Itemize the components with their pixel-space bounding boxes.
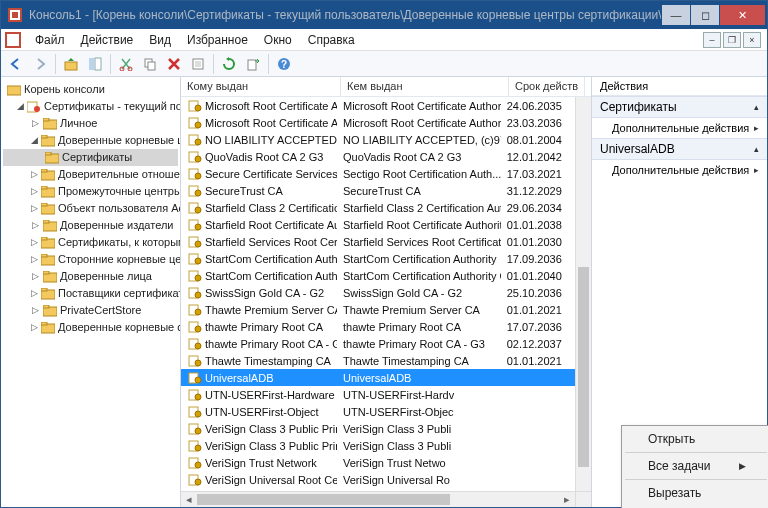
menu-file[interactable]: Файл — [27, 31, 73, 49]
cell-issued-by: UTN-USERFirst-Hardv — [337, 389, 501, 401]
actions-group1-label: Сертификаты — [600, 100, 677, 114]
menu-view[interactable]: Вид — [141, 31, 179, 49]
table-row[interactable]: VeriSign Universal Root Certific...VeriS… — [181, 471, 575, 488]
table-row[interactable]: VeriSign Class 3 Public Primary ...VeriS… — [181, 437, 575, 454]
table-row[interactable]: Thawte Premium Server CAThawte Premium S… — [181, 301, 575, 318]
mdi-restore-button[interactable]: ❐ — [723, 32, 741, 48]
show-hide-tree-button[interactable] — [84, 53, 106, 75]
tree-item[interactable]: ▷Объект пользователя Act — [3, 200, 178, 217]
mdi-close-button[interactable]: × — [743, 32, 761, 48]
tree-item[interactable]: ▷Доверенные лица — [3, 268, 178, 285]
copy-button[interactable] — [139, 53, 161, 75]
tree-item[interactable]: ▷Доверенные издатели — [3, 217, 178, 234]
actions-group-selection[interactable]: UniversalADB▴ — [592, 138, 767, 160]
properties-button[interactable] — [187, 53, 209, 75]
certificate-icon — [187, 337, 203, 351]
maximize-button[interactable]: ◻ — [691, 5, 719, 25]
certificate-icon — [187, 303, 203, 317]
table-row[interactable]: StartCom Certification AuthorityStartCom… — [181, 250, 575, 267]
table-row[interactable]: StartCom Certification Authorit...StartC… — [181, 267, 575, 284]
table-row[interactable]: thawte Primary Root CAthawte Primary Roo… — [181, 318, 575, 335]
table-row[interactable]: Microsoft Root Certificate Auth...Micros… — [181, 97, 575, 114]
tree-item[interactable]: ▷Поставщики сертификато — [3, 285, 178, 302]
tree-item[interactable]: ▷Сторонние корневые цен — [3, 251, 178, 268]
table-row[interactable]: UTN-USERFirst-HardwareUTN-USERFirst-Hard… — [181, 386, 575, 403]
menu-favorites[interactable]: Избранное — [179, 31, 256, 49]
actions-more-1[interactable]: Дополнительные действия▸ — [592, 118, 767, 138]
tree-item-label: Промежуточные центры — [58, 184, 181, 199]
table-row[interactable]: VeriSign Trust NetworkVeriSign Trust Net… — [181, 454, 575, 471]
tree-item-certificates[interactable]: Сертификаты — [3, 149, 178, 166]
tree-item[interactable]: ▷Личное — [3, 115, 178, 132]
table-row[interactable]: Starfield Root Certificate Auth...Starfi… — [181, 216, 575, 233]
cell-issued-by: thawte Primary Root CA — [337, 321, 501, 333]
refresh-button[interactable] — [218, 53, 240, 75]
table-row[interactable]: SecureTrust CASecureTrust CA31.12.2029 — [181, 182, 575, 199]
cell-issued-by: Sectigo Root Certification Auth... — [337, 168, 501, 180]
svg-rect-47 — [41, 322, 47, 325]
titlebar[interactable]: Консоль1 - [Корень консоли\Сертификаты -… — [1, 1, 767, 29]
collapse-icon[interactable]: ▴ — [754, 102, 759, 112]
scroll-left-icon[interactable]: ◂ — [181, 492, 197, 508]
help-button[interactable]: ? — [273, 53, 295, 75]
minimize-button[interactable]: — — [662, 5, 690, 25]
up-button[interactable] — [60, 53, 82, 75]
ctx-cut[interactable]: Вырезать — [624, 482, 768, 504]
cell-issued-to: Microsoft Root Certificate Auth... — [205, 117, 337, 129]
table-row[interactable]: Starfield Class 2 Certification A...Star… — [181, 199, 575, 216]
table-row[interactable]: Secure Certificate ServicesSectigo Root … — [181, 165, 575, 182]
scrollbar-thumb[interactable] — [578, 267, 589, 467]
cell-expiry: 01.01.2030 — [501, 236, 575, 248]
certificate-icon — [187, 218, 203, 232]
tree-item[interactable]: ▷Доверенные корневые се — [3, 319, 178, 336]
table-row[interactable]: UniversalADBUniversalADB — [181, 369, 575, 386]
table-row[interactable]: SwissSign Gold CA - G2SwissSign Gold CA … — [181, 284, 575, 301]
menu-window[interactable]: Окно — [256, 31, 300, 49]
tree-certs-user[interactable]: ◢Сертификаты - текущий пол — [3, 98, 178, 115]
cell-issued-by: Starfield Root Certificate Authorit... — [337, 219, 501, 231]
list-header[interactable]: Кому выдан Кем выдан Срок действ — [181, 77, 591, 97]
col-expiry[interactable]: Срок действ — [509, 77, 585, 96]
ctx-all-tasks[interactable]: Все задачи▶ — [624, 455, 768, 477]
tree-item[interactable]: ◢Доверенные корневые це — [3, 132, 178, 149]
folder-icon — [41, 322, 55, 334]
mdi-minimize-button[interactable]: – — [703, 32, 721, 48]
scroll-right-icon[interactable]: ▸ — [559, 492, 575, 508]
tree-item[interactable]: ▷Промежуточные центры — [3, 183, 178, 200]
export-button[interactable] — [242, 53, 264, 75]
tree-pane[interactable]: Корень консоли ◢Сертификаты - текущий по… — [1, 77, 181, 507]
vertical-scrollbar[interactable] — [575, 97, 591, 491]
cell-issued-to: VeriSign Class 3 Public Primary ... — [205, 423, 337, 435]
menu-action[interactable]: Действие — [73, 31, 142, 49]
tree-root[interactable]: Корень консоли — [3, 81, 178, 98]
actions-more-2[interactable]: Дополнительные действия▸ — [592, 160, 767, 180]
col-issued-to[interactable]: Кому выдан — [181, 77, 341, 96]
close-button[interactable]: ✕ — [720, 5, 765, 25]
table-row[interactable]: Starfield Services Root Certific...Starf… — [181, 233, 575, 250]
tree-item[interactable]: ▷PrivateCertStore — [3, 302, 178, 319]
table-row[interactable]: thawte Primary Root CA - G3thawte Primar… — [181, 335, 575, 352]
table-row[interactable]: Microsoft Root Certificate Auth...Micros… — [181, 114, 575, 131]
delete-button[interactable] — [163, 53, 185, 75]
table-row[interactable]: VeriSign Class 3 Public Primary ...VeriS… — [181, 420, 575, 437]
back-button[interactable] — [5, 53, 27, 75]
table-row[interactable]: NO LIABILITY ACCEPTED, (c)97 ...NO LIABI… — [181, 131, 575, 148]
forward-button[interactable] — [29, 53, 51, 75]
tree-item[interactable]: ▷Доверительные отношен — [3, 166, 178, 183]
ctx-copy[interactable]: Копировать — [624, 504, 768, 508]
table-row[interactable]: Thawte Timestamping CAThawte Timestampin… — [181, 352, 575, 369]
collapse-icon[interactable]: ▴ — [754, 144, 759, 154]
col-issued-by[interactable]: Кем выдан — [341, 77, 509, 96]
table-row[interactable]: QuoVadis Root CA 2 G3QuoVadis Root CA 2 … — [181, 148, 575, 165]
ctx-open[interactable]: Открыть — [624, 428, 768, 450]
horizontal-scrollbar[interactable]: ◂▸ — [181, 491, 575, 507]
table-row[interactable]: UTN-USERFirst-ObjectUTN-USERFirst-Objec — [181, 403, 575, 420]
actions-group-certs[interactable]: Сертификаты▴ — [592, 96, 767, 118]
menu-help[interactable]: Справка — [300, 31, 363, 49]
cut-button[interactable] — [115, 53, 137, 75]
tree-item-label: Доверенные корневые се — [58, 320, 181, 335]
tree-item[interactable]: ▷Сертификаты, к которым — [3, 234, 178, 251]
svg-point-55 — [195, 156, 201, 162]
hscrollbar-thumb[interactable] — [197, 494, 450, 505]
cell-issued-to: Starfield Root Certificate Auth... — [205, 219, 337, 231]
